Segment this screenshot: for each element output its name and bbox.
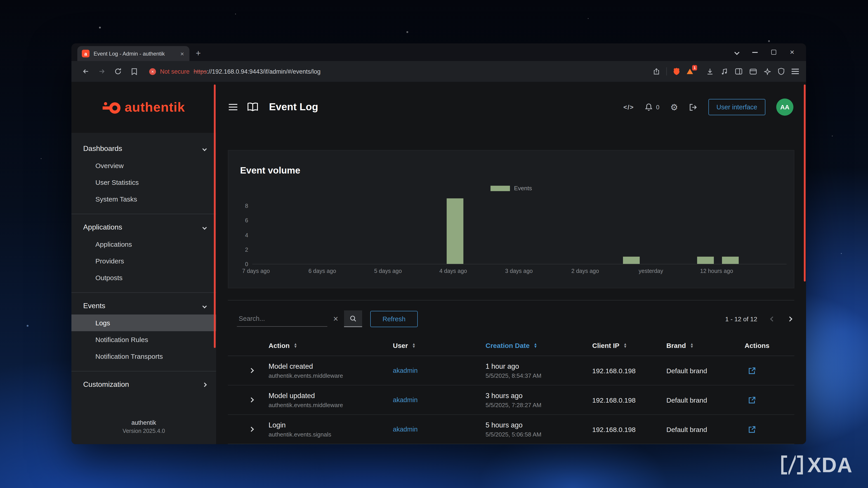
rewards-badge: 1	[692, 65, 697, 70]
brave-rewards-icon[interactable]: 1	[686, 68, 693, 74]
page-next-icon[interactable]	[787, 316, 793, 322]
sidebar-item-overview[interactable]: Overview	[71, 157, 216, 174]
user-link[interactable]: akadmin	[393, 426, 418, 433]
maximize-button[interactable]	[771, 50, 776, 55]
user-link[interactable]: akadmin	[393, 396, 418, 403]
expand-row-icon[interactable]	[249, 397, 254, 402]
user-link[interactable]: akadmin	[393, 367, 418, 374]
y-tick-label: 0	[245, 261, 248, 267]
header-brand[interactable]: Brand▲▼	[666, 341, 745, 349]
expand-row-icon[interactable]	[249, 368, 254, 373]
sidebar-collapse-icon[interactable]	[229, 104, 237, 110]
browser-tab[interactable]: a Event Log - Admin - authentik ×	[77, 46, 189, 61]
search-button[interactable]	[344, 311, 362, 327]
tab-search-chevron-icon[interactable]	[735, 50, 740, 55]
bookmark-icon[interactable]	[127, 65, 141, 78]
leo-ai-icon[interactable]	[764, 68, 771, 75]
x-tick-label: yesterday	[639, 268, 663, 274]
address-bar[interactable]: × Not secure https://192.168.0.94:9443/i…	[144, 64, 699, 79]
minimize-button[interactable]	[752, 52, 758, 53]
x-tick-label: 4 days ago	[439, 268, 467, 274]
event-when: 1 hour ago	[486, 362, 592, 370]
page-title: Event Log	[269, 101, 318, 113]
refresh-button[interactable]: Refresh	[370, 311, 418, 327]
avatar[interactable]: AA	[776, 98, 794, 116]
nav-header-dashboards[interactable]: Dashboards	[71, 140, 216, 157]
search-input[interactable]	[237, 311, 327, 327]
user-interface-button[interactable]: User interface	[708, 99, 765, 115]
sidebar-item-user-statistics[interactable]: User Statistics	[71, 174, 216, 191]
event-action: Model updated	[269, 392, 393, 400]
browser-window: a Event Log - Admin - authentik × + ×	[71, 43, 806, 444]
header-action[interactable]: Action▲▼	[269, 341, 393, 349]
expand-row-icon[interactable]	[249, 427, 254, 432]
sidebar-item-system-tasks[interactable]: System Tasks	[71, 191, 216, 207]
x-tick-label: 12 hours ago	[700, 268, 733, 274]
downloads-icon[interactable]	[706, 68, 714, 75]
authentik-wordmark: authentik	[125, 100, 185, 115]
section-divider	[228, 300, 794, 300]
xda-logo-icon	[781, 455, 803, 475]
chevron-down-icon	[202, 225, 207, 230]
wallet-icon[interactable]	[749, 68, 757, 74]
logout-icon[interactable]	[689, 103, 698, 111]
header-creation-date[interactable]: Creation Date▲▼	[486, 341, 592, 349]
authentik-logo[interactable]: authentik	[71, 82, 216, 133]
nav-header-customization[interactable]: Customization	[71, 376, 216, 393]
open-event-icon[interactable]	[748, 367, 794, 375]
window-close-button[interactable]: ×	[790, 48, 794, 56]
chart-yaxis: 86420	[233, 196, 248, 264]
event-timestamp: 5/5/2025, 7:28:27 AM	[486, 401, 592, 408]
sidebar-item-logs[interactable]: Logs	[71, 315, 216, 331]
nav-item-label: Overview	[95, 162, 124, 169]
page-previous-icon[interactable]	[770, 316, 775, 322]
sidebar-toggle-icon[interactable]	[735, 68, 742, 74]
browser-menu-icon[interactable]	[792, 69, 799, 74]
nav-item-label: System Tasks	[95, 195, 137, 203]
nav-header-events[interactable]: Events	[71, 297, 216, 315]
clear-search-icon[interactable]: ×	[327, 314, 344, 324]
header-user[interactable]: User▲▼	[393, 341, 486, 349]
nav-item-label: Notification Rules	[95, 336, 148, 344]
nav-item-label: Outposts	[95, 274, 123, 282]
main-scrollbar[interactable]	[804, 85, 806, 282]
header-client-ip[interactable]: Client IP▲▼	[592, 341, 666, 349]
forward-icon[interactable]	[95, 65, 108, 78]
url-text[interactable]: https://192.168.0.94:9443/if/admin/#/eve…	[194, 68, 320, 75]
media-icon[interactable]	[721, 68, 728, 75]
x-tick-label: 2 days ago	[571, 268, 599, 274]
gear-icon[interactable]: ⚙	[670, 102, 678, 112]
tab-close-icon[interactable]: ×	[180, 50, 185, 57]
open-event-icon[interactable]	[748, 425, 794, 433]
sidebar-item-outposts[interactable]: Outposts	[71, 269, 216, 286]
sidebar-item-notification-transports[interactable]: Notification Transports	[71, 348, 216, 365]
sort-icon: ▲▼	[293, 343, 297, 348]
wallpaper-stars	[0, 0, 1, 1]
notifications-button[interactable]: 0	[645, 103, 659, 111]
xda-logo-text: XDA	[807, 453, 852, 477]
new-tab-button[interactable]: +	[196, 48, 201, 58]
nav-item-label: Providers	[95, 257, 124, 265]
nav-header-applications[interactable]: Applications	[71, 219, 216, 236]
open-event-icon[interactable]	[748, 396, 794, 404]
sidebar-item-providers[interactable]: Providers	[71, 253, 216, 269]
sidebar-scrollbar[interactable]	[214, 85, 216, 348]
desktop: a Event Log - Admin - authentik × + ×	[0, 0, 868, 488]
reload-icon[interactable]	[111, 65, 125, 78]
client-ip: 192.168.0.198	[592, 367, 666, 375]
chart-plot: 7 days ago6 days ago5 days ago4 days ago…	[252, 196, 786, 264]
event-action: Login	[269, 421, 393, 429]
nav-section-dashboards: Dashboards Overview User Statistics Syst…	[71, 138, 216, 211]
share-icon[interactable]	[653, 68, 660, 75]
privacy-shield-icon[interactable]	[778, 68, 784, 75]
brave-shields-icon[interactable]	[673, 68, 680, 75]
sidebar-item-notification-rules[interactable]: Notification Rules	[71, 331, 216, 348]
sidebar-item-applications[interactable]: Applications	[71, 236, 216, 253]
sidebar: authentik Dashboards Overview User Stati…	[71, 82, 216, 444]
toolbar-right-icons	[702, 68, 799, 75]
nav-section-applications: Applications Applications Providers Outp…	[71, 214, 216, 290]
back-icon[interactable]	[79, 65, 92, 78]
api-browser-icon[interactable]: </>	[623, 103, 634, 111]
event-context: authentik.events.middleware	[269, 372, 393, 379]
chart-bar	[722, 257, 739, 264]
